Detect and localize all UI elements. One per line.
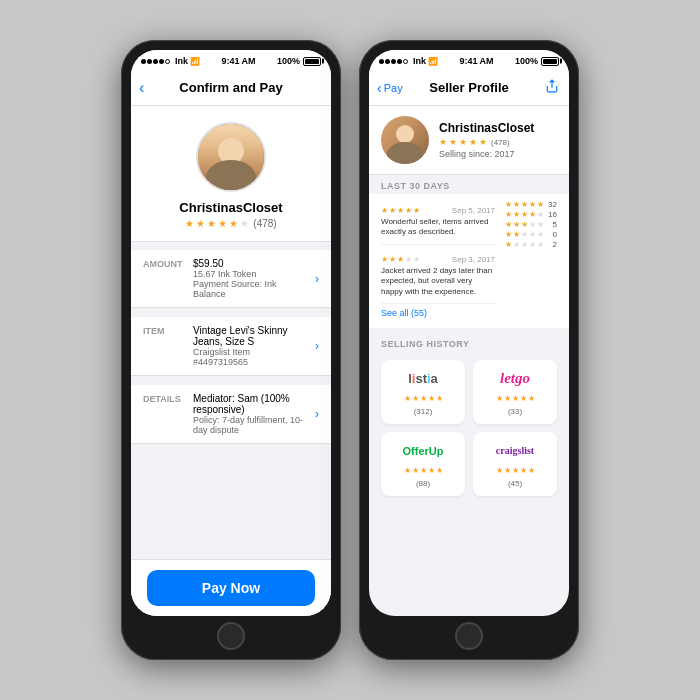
signal-dot-1 [141, 59, 146, 64]
right-phone: Ink 📶 9:41 AM 100% ‹ Pay Seller Profile [359, 40, 579, 660]
r-signal-dot-3 [391, 59, 396, 64]
right-home-button[interactable] [455, 622, 483, 650]
right-nav-title: Seller Profile [429, 80, 508, 95]
ou5-half: ★ [436, 466, 443, 475]
review-1-text: Wonderful seller, items arrived exactly … [381, 217, 495, 238]
star-2: ★ [196, 218, 205, 229]
star-5-half: ★ [229, 218, 238, 229]
right-battery-fill [543, 59, 557, 64]
item-label: ITEM [143, 325, 185, 336]
right-screen-content: ChristinasCloset ★ ★ ★ ★ ★ (478) Selling… [369, 106, 569, 616]
spacer-3 [131, 377, 331, 385]
star-3: ★ [207, 218, 216, 229]
bar-3-count: 5 [547, 220, 557, 229]
right-battery-pct: 100% [515, 56, 538, 66]
left-status-right: 100% [277, 56, 321, 66]
wifi-icon: 📶 [190, 57, 200, 66]
item-row[interactable]: ITEM Vintage Levi's Skinny Jeans, Size S… [131, 317, 331, 376]
see-all-link[interactable]: See all (55) [381, 304, 495, 322]
signal-dot-4 [159, 59, 164, 64]
amount-row[interactable]: AMOUNT $59.50 15.67 Ink Token Payment So… [131, 250, 331, 308]
b2s2: ★ [513, 230, 520, 239]
ou3: ★ [420, 466, 427, 475]
seller-profile-header: ChristinasCloset ★ ★ ★ ★ ★ (478) Selling… [369, 106, 569, 175]
bar-1: ★★★★★ 2 [505, 240, 557, 249]
ls5-half: ★ [436, 394, 443, 403]
letgo-count: (33) [508, 407, 522, 416]
bar-3-stars: ★★★★★ [505, 220, 544, 229]
lt5-half: ★ [528, 394, 535, 403]
craigslist-logo: craigslist [496, 440, 534, 462]
spacer-2 [131, 309, 331, 317]
letgo-card[interactable]: letgo ★★★★★ (33) [473, 360, 557, 424]
review-2-date: Sep 3, 2017 [452, 255, 495, 264]
left-nav-bar: ‹ Confirm and Pay [131, 70, 331, 106]
reviews-list: ★ ★ ★ ★ ★ Sep 5, 2017 Wonderful seller, … [381, 200, 495, 322]
right-back-label: Pay [384, 82, 403, 94]
lt2: ★ [504, 394, 511, 403]
rv1-s2: ★ [389, 206, 396, 215]
left-home-button[interactable] [217, 622, 245, 650]
b3s2: ★ [513, 220, 520, 229]
craigslist-card[interactable]: craigslist ★★★★★ (45) [473, 432, 557, 496]
right-back-chevron: ‹ [377, 80, 382, 96]
details-row[interactable]: DETAILS Mediator: Sam (100% responsive) … [131, 385, 331, 444]
signal-dot-5 [165, 59, 170, 64]
left-battery-pct: 100% [277, 56, 300, 66]
review-1-header: ★ ★ ★ ★ ★ Sep 5, 2017 [381, 206, 495, 215]
b1s3: ★ [521, 240, 528, 249]
amount-sub2: Payment Source: Ink Balance [193, 279, 307, 299]
r-star-1: ★ [439, 137, 447, 147]
left-back-chevron: ‹ [139, 79, 144, 97]
details-content: Mediator: Sam (100% responsive) Policy: … [193, 393, 307, 435]
b3s5: ★ [537, 220, 544, 229]
review-row-1: ★ ★ ★ ★ ★ Sep 5, 2017 Wonderful seller, … [381, 200, 495, 245]
right-signal-dots [379, 59, 408, 64]
right-wifi-icon: 📶 [428, 57, 438, 66]
b1s5: ★ [537, 240, 544, 249]
right-status-bar: Ink 📶 9:41 AM 100% [369, 50, 569, 70]
offerup-text: OfferUp [403, 445, 444, 457]
offerup-card[interactable]: OfferUp ★★★★★ (88) [381, 432, 465, 496]
pay-now-button[interactable]: Pay Now [147, 570, 315, 606]
item-main: Vintage Levi's Skinny Jeans, Size S [193, 325, 307, 347]
rating-count: (478) [253, 218, 276, 229]
rv2-s4: ★ [405, 255, 412, 264]
item-sub: Craigslist Item #4497319565 [193, 347, 307, 367]
bar-4-stars: ★★★★★ [505, 210, 544, 219]
battery-icon [303, 57, 321, 66]
amount-chevron: › [315, 272, 319, 286]
history-header: SELLING HISTORY [369, 333, 569, 352]
ou4: ★ [428, 466, 435, 475]
b5s5: ★ [537, 200, 544, 209]
left-phone: Ink 📶 9:41 AM 100% ‹ Confirm and Pay [121, 40, 341, 660]
detail-rows: AMOUNT $59.50 15.67 Ink Token Payment So… [131, 242, 331, 559]
ou1: ★ [404, 466, 411, 475]
left-back-button[interactable]: ‹ [139, 79, 144, 97]
bar-1-stars: ★★★★★ [505, 240, 544, 249]
right-battery-icon [541, 57, 559, 66]
offerup-stars: ★★★★★ [404, 466, 443, 475]
bar-2-count: 0 [547, 230, 557, 239]
bar-5: ★★★★★ 32 [505, 200, 557, 209]
share-button[interactable] [545, 79, 559, 96]
left-nav-title: Confirm and Pay [179, 80, 282, 95]
bar-2-stars: ★★★★★ [505, 230, 544, 239]
listia-card[interactable]: listia ★★★★★ (312) [381, 360, 465, 424]
ls3: ★ [420, 394, 427, 403]
rv1-s5: ★ [413, 206, 420, 215]
r-star-3: ★ [459, 137, 467, 147]
star-4: ★ [218, 218, 227, 229]
b3s4: ★ [529, 220, 536, 229]
right-back-button[interactable]: ‹ Pay [377, 80, 403, 96]
ls2: ★ [412, 394, 419, 403]
item-content: Vintage Levi's Skinny Jeans, Size S Crai… [193, 325, 307, 367]
amount-label: AMOUNT [143, 258, 185, 269]
rv1-s4: ★ [405, 206, 412, 215]
left-carrier: Ink [175, 56, 188, 66]
b4s2: ★ [513, 210, 520, 219]
b5s4: ★ [529, 200, 536, 209]
cl3: ★ [512, 466, 519, 475]
rv2-s3: ★ [397, 255, 404, 264]
b1s2: ★ [513, 240, 520, 249]
